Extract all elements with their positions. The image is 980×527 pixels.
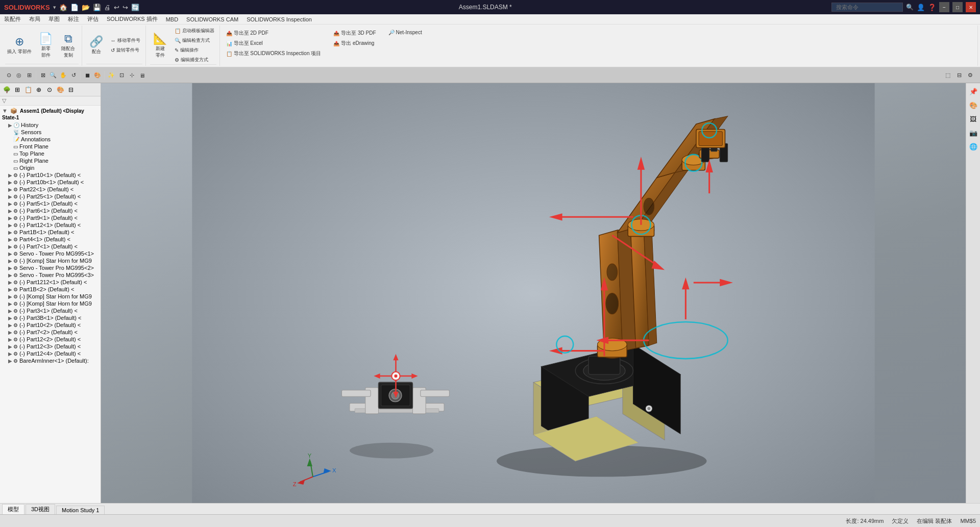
tree-item[interactable]: ▶⚙Part4<1> (Default) < — [0, 236, 101, 243]
tree-item[interactable]: ▶⚙Servo - Tower Pro MG995<1> — [0, 250, 101, 257]
help-icon[interactable]: ❓ — [928, 4, 936, 11]
view-3d-button[interactable]: 🖥 — [137, 71, 146, 80]
menu-mbd[interactable]: MBD — [162, 15, 182, 23]
tree-item[interactable]: ▶⚙(-) Part3<1> (Default) < — [0, 307, 101, 314]
view-collapse-button[interactable]: ⊟ — [953, 70, 965, 81]
tree-item[interactable]: ▶⚙(-) Part12<1> (Default) < — [0, 221, 101, 229]
menu-sketch[interactable]: 草图 — [44, 14, 64, 24]
tree-item[interactable]: ▶⚙(-) Part10<1> (Default) < — [0, 171, 101, 179]
net-inspect-button[interactable]: 🔎 Net-Inspect — [386, 29, 424, 36]
edit-action-button[interactable]: ✎ 编辑操作 — [173, 46, 216, 55]
menu-assem[interactable]: 装配件 — [0, 14, 25, 24]
rebuild-icon[interactable]: 🔄 — [131, 4, 139, 11]
view-section-button[interactable]: ⊞ — [24, 71, 34, 80]
copy-with-mates-button[interactable]: ⧉ 随配合复制 — [58, 30, 79, 61]
feature-tree-icon-6[interactable]: 🎨 — [55, 85, 65, 95]
view-selector-button[interactable]: ⊙ — [4, 71, 13, 80]
maximize-button[interactable]: □ — [952, 2, 963, 12]
right-panel-scene-button[interactable]: 🖼 — [967, 113, 979, 125]
tree-item[interactable]: ▶⚙(-) Part6<1> (Default) < — [0, 207, 101, 214]
view-options-button[interactable]: ⚙ — [965, 70, 976, 81]
tree-item[interactable]: ▶⚙(-) Part5<1> (Default) < — [0, 200, 101, 207]
tree-item[interactable]: ▶⚙(-) Part25<1> (Default) < — [0, 193, 101, 200]
menu-markup[interactable]: 标注 — [64, 14, 83, 24]
tree-item[interactable]: ▶⚙Part22<1> (Default) < — [0, 186, 101, 193]
search-input[interactable] — [831, 3, 903, 12]
tree-item[interactable]: ▶⚙(-) Part12<2> (Default) < — [0, 336, 101, 343]
view-origins-button[interactable]: ⊹ — [127, 71, 136, 80]
minimize-button[interactable]: − — [939, 2, 949, 12]
feature-tree-icon-1[interactable]: 🌳 — [2, 85, 12, 95]
tree-item[interactable]: ▭Right Plane — [0, 157, 101, 164]
feature-tree-icon-5[interactable]: ⊙ — [44, 85, 55, 95]
zoom-fit-button[interactable]: ⊠ — [38, 71, 47, 80]
tree-item[interactable]: ▶⚙(-) Part10<2> (Default) < — [0, 321, 101, 329]
tree-item[interactable]: ▶⚙(-) Part7<1> (Default) < — [0, 243, 101, 250]
new-component-button[interactable]: 📄 新零部件 — [36, 30, 56, 61]
menu-sw-cam[interactable]: SOLIDWORKS CAM — [182, 15, 242, 23]
tree-item[interactable]: ▭Top Plane — [0, 150, 101, 157]
tree-item[interactable]: ▶⚙(-) Part3B<1> (Default) < — [0, 314, 101, 321]
pan-button[interactable]: ✋ — [59, 71, 68, 80]
insert-component-button[interactable]: ⊕ 插入 零部件 — [5, 33, 34, 57]
tree-item[interactable]: ▭Origin — [0, 164, 101, 171]
tree-item[interactable]: ▶⚙(-) Part12<4> (Default) < — [0, 350, 101, 357]
display-colors-button[interactable]: 🎨 — [93, 71, 102, 80]
rotate-component-button[interactable]: ↺ 旋转零件号 — [109, 46, 142, 55]
print-icon[interactable]: 🖨 — [104, 4, 111, 11]
search-icon[interactable]: 🔍 — [906, 4, 914, 11]
export-inspection-button[interactable]: 📋 导出至 SOLIDWORKS Inspection 项目 — [224, 49, 324, 58]
feature-tree-icon-7[interactable]: ⊟ — [66, 85, 76, 95]
tree-item[interactable]: ▶🕐History — [0, 121, 101, 129]
menu-sw-inspection[interactable]: SOLIDWORKS Inspection — [242, 15, 316, 23]
tree-item[interactable]: ▶⚙(-) Part9<1> (Default) < — [0, 214, 101, 221]
tree-item[interactable]: ▶⚙Part1B<2> (Default) < — [0, 286, 101, 293]
tree-item[interactable]: ▶⚙(-) [Komp] Star Horn for MG9 — [0, 293, 101, 300]
tree-item[interactable]: ▶⚙Part1B<1> (Default) < — [0, 229, 101, 236]
tree-item[interactable]: ▶⚙(-) Part12<3> (Default) < — [0, 343, 101, 350]
tab-3d-view[interactable]: 3D视图 — [26, 504, 55, 514]
tree-root-expand[interactable]: ▼ — [2, 108, 8, 114]
view-display-button[interactable]: ◎ — [14, 71, 23, 80]
right-panel-pin-button[interactable]: 📌 — [967, 85, 979, 97]
menu-layout[interactable]: 布局 — [25, 14, 44, 24]
close-button[interactable]: ✕ — [966, 2, 976, 12]
tree-item[interactable]: ▶⚙(-) Part10b<1> (Default) < — [0, 179, 101, 186]
export-2d-pdf-button[interactable]: 📤 导出至 2D PDF — [224, 29, 324, 38]
tree-root-item[interactable]: ▼ 📦 Assem1 (Default) <Display State-1 — [0, 107, 101, 121]
right-panel-camera-button[interactable]: 📷 — [967, 127, 979, 139]
mate-button[interactable]: 🔗 配合 — [86, 33, 107, 57]
edit-check-button[interactable]: 🔍 编辑检查方式 — [173, 36, 216, 45]
tree-item[interactable]: 📡Sensors — [0, 129, 101, 136]
view-expand-button[interactable]: ⬚ — [942, 70, 953, 81]
feature-tree-icon-4[interactable]: ⊕ — [34, 85, 44, 95]
save-icon[interactable]: 💾 — [93, 4, 101, 11]
tree-item[interactable]: ▶⚙(-) [Komp] Star Horn for MG9 — [0, 300, 101, 307]
export-3d-pdf-button[interactable]: 📤 导出至 3D PDF — [331, 29, 378, 38]
tree-item[interactable]: ▶⚙(-) [Komp] Star Horn for MG9 — [0, 257, 101, 264]
user-icon[interactable]: 👤 — [917, 4, 925, 11]
tree-item[interactable]: ▭Front Plane — [0, 143, 101, 150]
new-part-button[interactable]: 📐 新建零件 — [150, 30, 170, 61]
right-panel-globe-button[interactable]: 🌐 — [967, 140, 979, 153]
export-edrawing-button[interactable]: 📤 导出 eDrawing — [331, 39, 378, 48]
feature-tree-icon-3[interactable]: 📋 — [23, 85, 33, 95]
edit-capture-button[interactable]: ⚙ 编辑捕变方式 — [173, 56, 216, 64]
display-style-button[interactable]: ◼ — [83, 71, 92, 80]
new-icon[interactable]: 📄 — [70, 4, 79, 11]
rotate-view-button[interactable]: ↺ — [69, 71, 78, 80]
open-icon[interactable]: 📂 — [82, 4, 90, 11]
tree-item[interactable]: ▶⚙Servo - Tower Pro MG995<3> — [0, 271, 101, 279]
tree-item[interactable]: 📝Annotations — [0, 136, 101, 143]
home-icon[interactable]: 🏠 — [59, 4, 67, 11]
undo-icon[interactable]: ↩ — [114, 4, 119, 11]
tree-item[interactable]: ▶⚙(-) Part1212<1> (Default) < — [0, 279, 101, 286]
feature-tree-icon-2[interactable]: ⊞ — [12, 85, 22, 95]
tree-item[interactable]: ▶⚙Servo - Tower Pro MG995<2> — [0, 264, 101, 271]
redo-icon[interactable]: ↪ — [122, 4, 128, 11]
tab-motion-study[interactable]: Motion Study 1 — [56, 506, 105, 514]
view-planes-button[interactable]: ⊡ — [117, 71, 126, 80]
export-excel-button[interactable]: 📊 导出至 Excel — [224, 39, 324, 48]
tab-model[interactable]: 模型 — [2, 504, 24, 514]
zoom-area-button[interactable]: 🔍 — [48, 71, 58, 80]
